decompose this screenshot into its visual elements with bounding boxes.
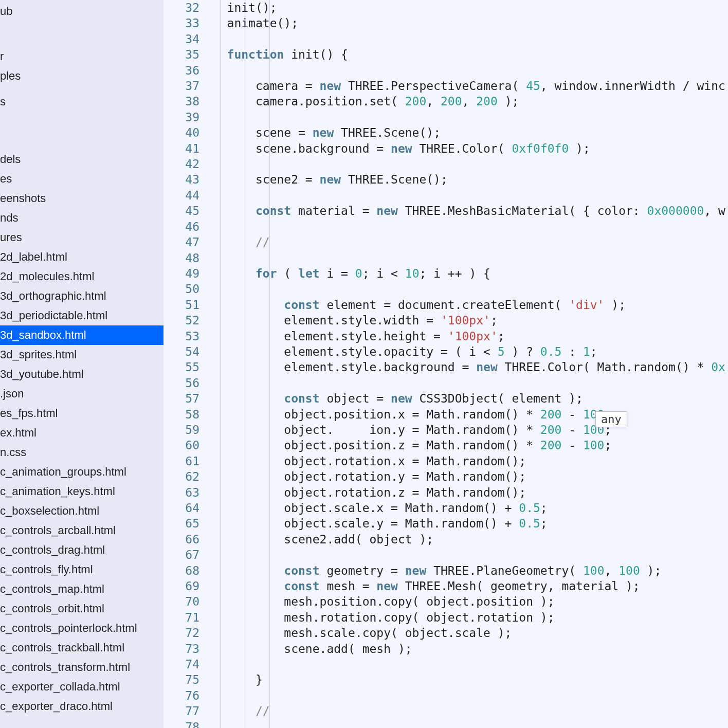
code-line[interactable] <box>206 250 728 266</box>
file-item[interactable]: c_exporter_draco.html <box>0 697 163 716</box>
code-line[interactable]: object.rotation.x = Math.random(); <box>206 453 728 469</box>
file-item[interactable]: 2d_molecules.html <box>0 267 163 286</box>
file-item[interactable]: c_controls_orbit.html <box>0 599 163 618</box>
code-line[interactable]: object.position.z = Math.random() * 200 … <box>206 438 728 453</box>
file-item[interactable]: r <box>0 47 163 66</box>
file-item[interactable]: n.css <box>0 443 163 462</box>
code-line[interactable] <box>206 219 728 234</box>
file-item[interactable] <box>0 118 163 124</box>
code-line[interactable]: animate(); <box>206 15 728 31</box>
file-item[interactable]: c_controls_fly.html <box>0 560 163 579</box>
line-number: 77 <box>163 703 199 719</box>
file-item[interactable]: c_controls_transform.html <box>0 658 163 677</box>
line-number: 47 <box>163 234 199 250</box>
file-explorer-sidebar[interactable]: ubrplessdelseseenshotsndsures2d_label.ht… <box>0 0 163 728</box>
code-line[interactable]: mesh.rotation.copy( object.rotation ); <box>206 610 728 625</box>
code-line[interactable]: } <box>206 672 728 687</box>
code-line[interactable] <box>206 547 728 562</box>
code-line[interactable]: object.scale.y = Math.random() + 0.5; <box>206 516 728 531</box>
code-line[interactable] <box>206 719 728 728</box>
line-number: 43 <box>163 172 199 187</box>
file-item[interactable]: ub <box>0 2 163 21</box>
file-item[interactable]: s <box>0 92 163 112</box>
code-line[interactable]: element.style.background = new THREE.Col… <box>206 359 728 375</box>
code-line[interactable]: scene.add( mesh ); <box>206 641 728 657</box>
file-item[interactable]: 3d_sandbox.html <box>0 325 163 345</box>
file-item[interactable]: 3d_orthographic.html <box>0 286 163 306</box>
file-item[interactable]: 2d_label.html <box>0 247 163 267</box>
code-line[interactable]: object.rotation.z = Math.random(); <box>206 485 728 500</box>
line-number: 54 <box>163 344 199 359</box>
file-item[interactable]: ex.html <box>0 423 163 443</box>
file-item[interactable] <box>0 86 163 92</box>
code-line[interactable]: mesh.position.copy( object.position ); <box>206 594 728 609</box>
file-item[interactable]: ples <box>0 66 163 86</box>
code-line[interactable] <box>206 657 728 672</box>
file-item[interactable]: c_controls_map.html <box>0 579 163 599</box>
line-number: 36 <box>163 63 199 78</box>
code-line[interactable] <box>206 110 728 125</box>
line-number: 57 <box>163 391 199 406</box>
file-item[interactable]: 3d_youtube.html <box>0 365 163 384</box>
file-item[interactable]: c_controls_drag.html <box>0 540 163 560</box>
code-line[interactable] <box>206 375 728 391</box>
code-line[interactable]: function init() { <box>206 47 728 62</box>
code-line[interactable]: const object = new CSS3DObject( element … <box>206 391 728 406</box>
file-item[interactable]: c_controls_trackball.html <box>0 638 163 658</box>
code-line[interactable]: scene = new THREE.Scene(); <box>206 125 728 140</box>
file-item[interactable]: c_boxselection.html <box>0 501 163 521</box>
code-line[interactable]: scene.background = new THREE.Color( 0xf0… <box>206 141 728 156</box>
file-item[interactable]: c_animation_groups.html <box>0 462 163 482</box>
code-line[interactable]: object.scale.x = Math.random() + 0.5; <box>206 500 728 516</box>
code-line[interactable]: object.position.x = Math.random() * 200 … <box>206 407 728 422</box>
code-line[interactable]: init(); <box>206 0 728 15</box>
code-area[interactable]: init(); animate(); function init() { cam… <box>206 0 728 728</box>
line-number: 72 <box>163 625 199 641</box>
code-line[interactable]: scene2.add( object ); <box>206 532 728 547</box>
code-editor[interactable]: 3233343536373839404142434445464748495051… <box>163 0 728 728</box>
code-line[interactable]: const element = document.createElement( … <box>206 297 728 313</box>
code-line[interactable]: mesh.scale.copy( object.scale ); <box>206 625 728 641</box>
file-item[interactable]: c_controls_pointerlock.html <box>0 618 163 638</box>
file-item[interactable]: es_fps.html <box>0 404 163 423</box>
line-number: 55 <box>163 359 199 375</box>
file-item[interactable]: c_controls_arcball.html <box>0 521 163 540</box>
code-line[interactable]: element.style.opacity = ( i < 5 ) ? 0.5 … <box>206 344 728 359</box>
code-line[interactable]: const geometry = new THREE.PlaneGeometry… <box>206 563 728 578</box>
file-item[interactable]: c_exporter_collada.html <box>0 677 163 697</box>
file-item[interactable]: es <box>0 169 163 189</box>
code-line[interactable]: const mesh = new THREE.Mesh( geometry, m… <box>206 578 728 594</box>
code-line[interactable]: for ( let i = 0; i < 10; i ++ ) { <box>206 266 728 281</box>
file-item[interactable]: .json <box>0 384 163 404</box>
code-line[interactable]: camera = new THREE.PerspectiveCamera( 45… <box>206 78 728 94</box>
code-line[interactable] <box>206 156 728 172</box>
code-line[interactable]: object. ion.y = Math.random() * 200 - 10… <box>206 422 728 438</box>
code-line[interactable] <box>206 281 728 297</box>
file-item[interactable]: eenshots <box>0 189 163 208</box>
code-line[interactable] <box>206 63 728 78</box>
code-line[interactable]: const material = new THREE.MeshBasicMate… <box>206 203 728 219</box>
file-item[interactable] <box>0 112 163 118</box>
code-line[interactable] <box>206 688 728 703</box>
file-item[interactable]: nds <box>0 208 163 228</box>
code-line[interactable]: // <box>206 234 728 250</box>
code-line[interactable]: element.style.height = '100px'; <box>206 329 728 344</box>
file-item[interactable]: 3d_sprites.html <box>0 345 163 365</box>
line-number: 52 <box>163 313 199 328</box>
code-line[interactable]: element.style.width = '100px'; <box>206 313 728 328</box>
code-line[interactable] <box>206 188 728 203</box>
line-number: 65 <box>163 516 199 531</box>
code-line[interactable]: object.rotation.y = Math.random(); <box>206 469 728 484</box>
code-line[interactable]: scene2 = new THREE.Scene(); <box>206 172 728 187</box>
line-number: 71 <box>163 610 199 625</box>
file-item[interactable]: dels <box>0 150 163 169</box>
code-line[interactable]: // <box>206 703 728 719</box>
file-item[interactable]: ures <box>0 228 163 247</box>
file-item[interactable]: c_animation_keys.html <box>0 482 163 501</box>
code-line[interactable]: camera.position.set( 200, 200, 200 ); <box>206 94 728 109</box>
file-item[interactable]: 3d_periodictable.html <box>0 306 163 325</box>
line-number-gutter: 3233343536373839404142434445464748495051… <box>163 0 206 728</box>
code-line[interactable] <box>206 31 728 47</box>
indent-guide <box>269 0 270 728</box>
line-number: 48 <box>163 250 199 266</box>
